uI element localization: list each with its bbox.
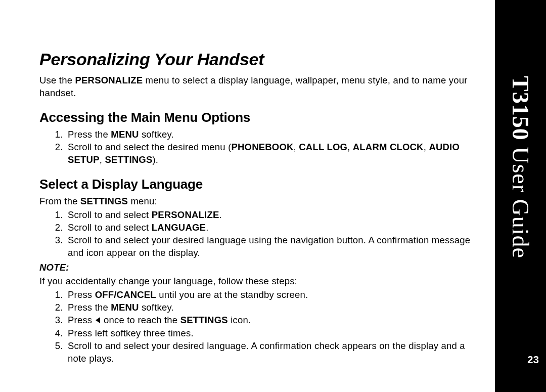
side-tab: T3150 User Guide 23 [495,0,546,392]
note-intro: If you accidentally change your language… [39,275,481,288]
from-settings-line: From the SETTINGS menu: [39,195,481,208]
left-arrow-icon [95,315,101,327]
intro-paragraph: Use the PERSONALIZE menu to select a dis… [39,74,481,100]
page-title: Personalizing Your Handset [39,48,481,71]
list-item: Press left softkey three times. [66,327,481,340]
list-item: Scroll to and select the desired menu (P… [66,141,481,166]
list-item: Press the MENU softkey. [66,301,481,314]
list-item: Scroll to and select LANGUAGE. [66,222,481,234]
svg-marker-0 [96,317,100,323]
list-item: Scroll to and select your desired langua… [66,234,481,259]
page-content: Personalizing Your Handset Use the PERSO… [0,0,495,392]
section-select-display-language: Select a Display Language [39,176,481,193]
section-accessing-main-menu: Accessing the Main Menu Options [39,109,481,126]
list-item: Press OFF/CANCEL until you are at the st… [66,289,481,301]
accessing-steps: Press the MENU softkey. Scroll to and se… [39,128,481,166]
page-number: 23 [527,354,539,366]
list-item: Scroll to and select your desired langua… [66,340,481,365]
note-label: NOTE: [39,262,481,274]
note-steps: Press OFF/CANCEL until you are at the st… [39,289,481,365]
language-steps: Scroll to and select PERSONALIZE. Scroll… [39,209,481,259]
list-item: Press the MENU softkey. [66,128,481,141]
list-item: Press once to reach the SETTINGS icon. [66,314,481,327]
list-item: Scroll to and select PERSONALIZE. [66,209,481,222]
guide-title: T3150 User Guide [507,76,534,258]
